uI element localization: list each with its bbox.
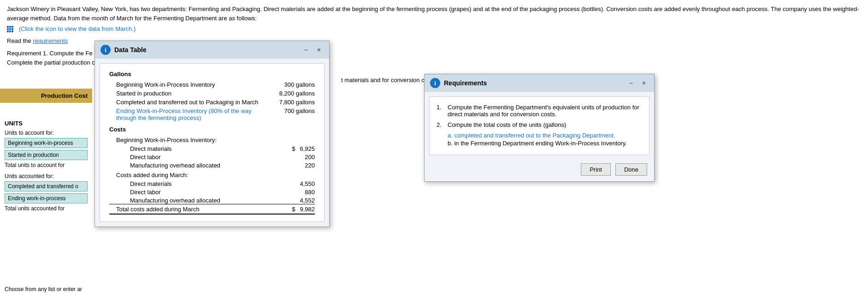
units-title: UNITS (5, 120, 88, 127)
gallons-label-3: Ending Work-in-Process Inventory (80% of… (116, 107, 254, 121)
total-units-to-account: Total units to account for (5, 162, 88, 168)
gallons-row-2: Completed and transferred out to Packagi… (109, 99, 315, 106)
total-costs-row: Total costs added during March $ 9,982 (109, 206, 315, 215)
requirements-modal: i Requirements − × 1. Compute the Fermen… (424, 74, 655, 182)
requirements-controls[interactable]: − × (626, 78, 649, 88)
gallons-value-2: 7,800 gallons (260, 99, 315, 106)
march-value-2: 4,552 (300, 197, 315, 204)
total-dollar: $ (292, 206, 295, 213)
bwip-row-1: Direct labor 200 (109, 154, 315, 161)
costs-added-header: Costs added during March: (109, 172, 315, 179)
data-table-title: Data Table (114, 46, 147, 54)
req-text-1: Compute the Fermenting Department's equi… (448, 104, 642, 118)
bwip-value-1: 200 (305, 154, 315, 161)
requirements-minimize-button[interactable]: − (626, 78, 636, 88)
svg-rect-8 (12, 30, 13, 32)
grid-icon (7, 26, 15, 33)
choose-text: Choose from any list or enter ar (0, 286, 87, 292)
gallons-section-title: Gallons (109, 71, 315, 77)
gallons-label-2: Completed and transferred out to Packagi… (116, 99, 260, 106)
march-value-0: 4,550 (300, 180, 315, 187)
units-to-account-label: Units to account for: (5, 130, 88, 136)
units-accounted-label: Units accounted for: (5, 173, 88, 179)
info-icon: i (100, 45, 111, 55)
gallons-row-1: Started in production 8,200 gallons (109, 90, 315, 97)
march-value-1: 880 (305, 189, 315, 196)
read-req-prefix: Read the (7, 37, 31, 44)
march-label-2: Manufacturing overhead allocated (130, 197, 220, 204)
data-table-body: Gallons Beginning Work-in-Process Invent… (100, 63, 325, 222)
req1-bold: Requirement 1. (7, 50, 48, 57)
data-table-header-left: i Data Table (100, 45, 147, 55)
data-table-controls[interactable]: − × (301, 45, 324, 54)
req-text-2: Compute the total costs of the units (ga… (448, 121, 642, 128)
data-table-header: i Data Table − × (95, 41, 329, 59)
req1-text: Compute the Fe (50, 50, 93, 57)
click-icon-text: (Click the icon to view the data from Ma… (19, 25, 136, 32)
bwip-dollar-0: $ (292, 145, 295, 152)
bwip-value-0: 6,925 (300, 145, 315, 152)
bwip-label-0: Direct materials (130, 145, 171, 152)
req-sub-a-text: a. completed and transferred out to the … (448, 132, 615, 139)
requirements-body: 1. Compute the Fermenting Department's e… (429, 96, 650, 155)
gallons-label-0: Beginning Work-in-Process Inventory (116, 81, 260, 88)
bwip-value-2: 220 (305, 162, 315, 169)
total-value: 9,982 (300, 206, 315, 213)
requirements-header-left: i Requirements (430, 78, 487, 88)
costs-section: Costs Beginning Work-in-Process Inventor… (109, 126, 315, 215)
bwip-row-0: Direct materials $ 6,925 (109, 145, 315, 152)
req-item-1: 1. Compute the Fermenting Department's e… (437, 104, 642, 118)
requirements-close-button[interactable]: × (639, 78, 649, 88)
gallons-value-3: 700 gallons (260, 107, 315, 121)
intro-text: Jackson Winery in Pleasant Valley, New Y… (7, 5, 861, 23)
march-label-1: Direct labor (130, 189, 160, 196)
march-row-1: Direct labor 880 (109, 189, 315, 196)
total-costs-label: Total costs added during March (116, 206, 200, 213)
requirements-link[interactable]: requirements (33, 37, 68, 44)
started-in-production-button[interactable]: Started in production (5, 150, 88, 160)
costs-section-title: Costs (109, 126, 315, 133)
print-button[interactable]: Print (581, 163, 611, 176)
march-label-0: Direct materials (130, 180, 171, 187)
march-row-2: Manufacturing overhead allocated 4,552 (109, 197, 315, 204)
march-row-0: Direct materials 4,550 (109, 180, 315, 187)
svg-rect-6 (7, 30, 9, 32)
data-table-minimize-button[interactable]: − (301, 45, 311, 54)
production-cost-header: Production Cost (0, 89, 92, 103)
materials-label: t materials and for conversion costs. (341, 77, 437, 83)
svg-rect-2 (12, 26, 13, 28)
req-item-2: 2. Compute the total costs of the units … (437, 121, 642, 128)
svg-rect-4 (9, 28, 11, 30)
requirements-title: Requirements (444, 79, 487, 87)
requirements-info-icon: i (430, 78, 440, 88)
svg-rect-5 (12, 28, 13, 30)
requirements-header: i Requirements − × (425, 74, 654, 92)
ending-wip-button[interactable]: Ending work-in-process (5, 193, 88, 203)
data-table-close-button[interactable]: × (314, 45, 324, 54)
bwip-header: Beginning Work-in-Process Inventory: (109, 137, 315, 143)
bwip-label-1: Direct labor (130, 154, 160, 161)
total-costs-wrap: $ 9,982 (292, 206, 315, 213)
beginning-wip-button[interactable]: Beginning work-in-process (5, 138, 88, 148)
bwip-label-2: Manufacturing overhead allocated (130, 162, 220, 169)
done-button[interactable]: Done (615, 163, 647, 176)
click-icon-row[interactable]: (Click the icon to view the data from Ma… (7, 25, 861, 33)
svg-rect-3 (7, 28, 9, 30)
completed-transferred-button[interactable]: Completed and transferred o (5, 181, 88, 191)
bwip-row-2: Manufacturing overhead allocated 220 (109, 162, 315, 169)
total-units-accounted: Total units accounted for (5, 205, 88, 212)
gallons-row-0: Beginning Work-in-Process Inventory 300 … (109, 81, 315, 88)
gallons-value-0: 300 gallons (260, 81, 315, 88)
req-sub-b-text: b. in the Fermenting Department ending W… (448, 140, 627, 147)
gallons-row-3: Ending Work-in-Process Inventory (80% of… (109, 107, 315, 121)
gallons-value-1: 8,200 gallons (260, 90, 315, 97)
req-sub-b: b. in the Fermenting Department ending W… (448, 140, 642, 147)
svg-rect-1 (9, 26, 11, 28)
svg-rect-7 (9, 30, 11, 32)
units-section: UNITS Units to account for: Beginning wo… (0, 120, 92, 216)
bwip-value-wrap-0: $ 6,925 (292, 145, 315, 152)
gallons-label-1: Started in production (116, 90, 260, 97)
data-table-modal: i Data Table − × Gallons Beginning Work-… (94, 41, 330, 227)
requirements-footer[interactable]: Print Done (425, 160, 654, 181)
req-num-2: 2. (437, 121, 444, 128)
